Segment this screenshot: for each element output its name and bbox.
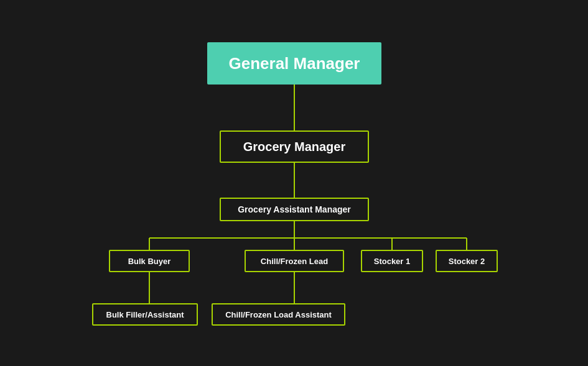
stocker1-label: Stocker 1	[374, 257, 411, 266]
assistant-manager-label: Grocery Assistant Manager	[238, 204, 351, 214]
bulk-filler-node: Bulk Filler/Assistant	[92, 303, 198, 326]
general-manager-label: General Manager	[229, 54, 360, 73]
bulk-filler-label: Bulk Filler/Assistant	[106, 310, 184, 319]
bulk-buyer-label: Bulk Buyer	[128, 257, 171, 266]
chill-assistant-node: Chill/Frozen Load Assistant	[212, 303, 345, 326]
chill-lead-node: Chill/Frozen Lead	[245, 250, 344, 272]
grocery-manager-label: Grocery Manager	[243, 140, 346, 154]
chill-lead-label: Chill/Frozen Lead	[261, 257, 328, 266]
org-chart: General Manager Grocery Manager Grocery …	[0, 0, 588, 366]
grocery-manager-node: Grocery Manager	[220, 130, 369, 163]
stocker1-node: Stocker 1	[361, 250, 423, 272]
stocker2-node: Stocker 2	[436, 250, 498, 272]
general-manager-node: General Manager	[207, 42, 381, 85]
bulk-buyer-node: Bulk Buyer	[109, 250, 190, 272]
assistant-manager-node: Grocery Assistant Manager	[220, 198, 369, 221]
stocker2-label: Stocker 2	[449, 257, 485, 266]
chill-assistant-label: Chill/Frozen Load Assistant	[225, 310, 332, 319]
